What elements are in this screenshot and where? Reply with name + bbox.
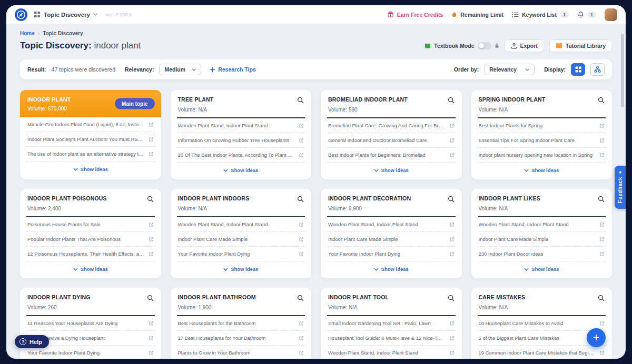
topic-item[interactable]: 19 Common Indoor Plant Care Mistakes tha… — [478, 346, 606, 359]
topic-item[interactable]: Popular Indoor Plants That Are Poisonous — [26, 232, 155, 247]
topic-item[interactable]: 230 Indoor Plant Decor ideas — [478, 247, 606, 261]
external-link-icon[interactable] — [149, 222, 154, 227]
external-link-icon[interactable] — [149, 336, 154, 341]
grid-view-button[interactable] — [571, 63, 585, 76]
external-link-icon[interactable] — [449, 237, 455, 242]
search-icon[interactable] — [598, 295, 605, 301]
show-ideas-link[interactable]: Show ideas — [321, 167, 462, 175]
notifications-button[interactable]: 1 — [577, 11, 596, 18]
external-link-icon[interactable] — [149, 151, 154, 157]
relevancy-select[interactable]: Medium — [159, 64, 201, 75]
show-ideas-link[interactable]: Show ideas — [20, 166, 161, 174]
external-link-icon[interactable] — [599, 153, 605, 158]
topic-item[interactable]: Your Favorite Indoor Plant Dying — [177, 247, 305, 261]
earn-free-credits-link[interactable]: Earn Free Credits — [387, 11, 443, 18]
tutorial-library-button[interactable]: Tutorial Library — [549, 39, 612, 52]
topic-item[interactable]: Your Favorite Indoor Plant Dying — [327, 247, 456, 261]
external-link-icon[interactable] — [449, 321, 455, 326]
topic-discovery-menu[interactable]: Topic Discovery — [34, 11, 97, 18]
external-link-icon[interactable] — [299, 123, 304, 128]
external-link-icon[interactable] — [149, 137, 154, 142]
show-ideas-link[interactable]: Show ideas — [321, 266, 462, 274]
topic-item[interactable]: 17 Best Houseplants for Your Bathroom — [177, 331, 305, 346]
external-link-icon[interactable] — [299, 321, 304, 326]
topic-item[interactable]: Bromeliad Plant Care: Growing And Caring… — [327, 118, 456, 133]
external-link-icon[interactable] — [299, 350, 304, 356]
external-link-icon[interactable] — [449, 138, 455, 143]
app-logo[interactable] — [15, 8, 27, 21]
show-ideas-link[interactable]: Show ideas — [471, 266, 613, 274]
search-icon[interactable] — [448, 295, 455, 301]
export-button[interactable]: Export — [505, 39, 544, 52]
external-link-icon[interactable] — [449, 222, 455, 227]
search-icon[interactable] — [297, 295, 304, 301]
topic-item[interactable]: Wooden Plant Stand, Indoor Plant Stand — [177, 217, 305, 232]
topic-item[interactable]: Indoor plant nursery opening new locatio… — [478, 148, 606, 163]
external-link-icon[interactable] — [599, 222, 605, 227]
keyword-list-link[interactable]: Keyword List 1 — [512, 12, 569, 18]
topic-item[interactable]: Best Houseplants for the Bathroom — [177, 316, 305, 331]
show-ideas-link[interactable]: Show ideas — [471, 167, 613, 175]
external-link-icon[interactable] — [149, 237, 154, 242]
search-icon[interactable] — [598, 196, 605, 203]
search-icon[interactable] — [448, 196, 455, 203]
help-button[interactable]: ? Help — [15, 335, 49, 348]
topic-item[interactable]: Wooden Plant Stand, Indoor Plant Stand — [327, 217, 456, 232]
topic-item[interactable]: 20 Of The Best Indoor Plants, According … — [177, 148, 305, 163]
topic-item[interactable]: General Indoor and Outdoor Bromeliad Car… — [327, 133, 456, 148]
topic-item[interactable]: Wooden Plant Stand, Indoor Plant Stand — [327, 346, 456, 359]
external-link-icon[interactable] — [299, 138, 304, 143]
show-ideas-link[interactable]: Show ideas — [20, 266, 161, 274]
topic-item[interactable]: Your Favorite Indoor Plant Dying — [26, 346, 155, 359]
external-link-icon[interactable] — [449, 123, 455, 128]
show-ideas-link[interactable]: Show ideas — [171, 167, 312, 175]
external-link-icon[interactable] — [449, 336, 455, 341]
external-link-icon[interactable] — [149, 321, 154, 326]
external-link-icon[interactable] — [599, 321, 605, 326]
topic-item[interactable]: Indoor Plant Care Made Simple — [327, 232, 456, 247]
external-link-icon[interactable] — [299, 336, 304, 341]
topic-item[interactable]: Houseplant Tool Guide: 8 Must-Have & 12 … — [327, 331, 456, 346]
topic-item[interactable]: Essential Tips For Spring Indoor Plant C… — [478, 133, 606, 148]
external-link-icon[interactable] — [599, 123, 605, 128]
topic-item[interactable]: 10 Houseplant Care Mistakes to Avoid — [478, 316, 606, 331]
feedback-tab[interactable]: ★ Feedback — [615, 166, 626, 209]
topic-item[interactable]: Indoor Plant Care Made Simple — [478, 232, 606, 247]
topic-item[interactable]: Best Indoor Plants for Spring — [478, 118, 606, 133]
tree-view-button[interactable] — [590, 63, 605, 76]
topic-item[interactable]: 12 Poisonous Houseplants, Their Health E… — [26, 247, 155, 261]
textbook-mode-toggle[interactable] — [478, 42, 491, 49]
order-by-select[interactable]: Relevancy — [484, 64, 535, 75]
topic-item[interactable]: Best Indoor Plants for Beginners: Bromel… — [327, 148, 456, 163]
external-link-icon[interactable] — [299, 237, 304, 242]
external-link-icon[interactable] — [599, 138, 605, 143]
search-icon[interactable] — [297, 196, 304, 203]
search-icon[interactable] — [448, 97, 455, 104]
search-icon[interactable] — [598, 97, 605, 104]
breadcrumb-home-link[interactable]: Home — [20, 31, 35, 36]
search-icon[interactable] — [147, 196, 154, 203]
topic-item[interactable]: Indoor Plant Society's Plant Auction! Yo… — [26, 132, 155, 147]
search-icon[interactable] — [297, 97, 304, 104]
remaining-limit-link[interactable]: Remaining Limit — [451, 11, 503, 18]
topic-item[interactable]: Wooden Plant Stand, Indoor Plant Stand — [478, 217, 606, 232]
external-link-icon[interactable] — [599, 350, 605, 356]
topic-item[interactable]: Wooden Plant Stand, Indoor Plant Stand — [177, 118, 305, 133]
external-link-icon[interactable] — [449, 251, 455, 257]
external-link-icon[interactable] — [449, 153, 455, 158]
topic-item[interactable]: Poisonous House Plants for Sale — [26, 217, 155, 232]
external-link-icon[interactable] — [149, 350, 154, 356]
external-link-icon[interactable] — [599, 237, 605, 242]
scrollbar[interactable] — [621, 34, 624, 107]
external-link-icon[interactable] — [299, 153, 304, 158]
user-avatar[interactable] — [605, 8, 617, 21]
add-topic-fab[interactable]: + — [587, 328, 606, 347]
external-link-icon[interactable] — [299, 251, 304, 257]
research-tips-link[interactable]: Research Tips — [210, 66, 256, 73]
topic-item[interactable]: Information On Growing Rubber Tree House… — [177, 133, 305, 148]
topic-item[interactable]: The use of indoor plant as an alternativ… — [26, 147, 155, 161]
search-icon[interactable] — [147, 295, 154, 301]
show-ideas-link[interactable]: Show ideas — [171, 266, 312, 274]
external-link-icon[interactable] — [449, 350, 455, 356]
external-link-icon[interactable] — [149, 122, 154, 127]
